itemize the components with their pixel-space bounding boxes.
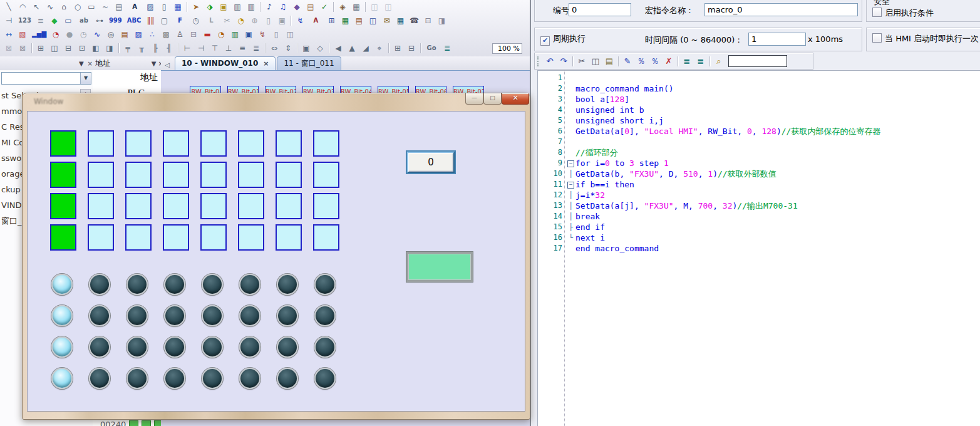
scale-tool[interactable]: ▤ xyxy=(113,1,125,13)
direct-window-tool[interactable]: ▢ xyxy=(158,15,170,26)
distribute-right-icon[interactable]: ╢ xyxy=(163,43,175,54)
copy-object-icon[interactable]: ⊟ xyxy=(421,15,434,26)
align-left-icon[interactable]: ⊢ xyxy=(181,43,193,54)
led-button[interactable] xyxy=(239,336,260,358)
chevron-down-icon[interactable]: ▼ xyxy=(152,60,157,67)
numeric-input-tool[interactable]: 123 xyxy=(16,15,33,26)
close-icon[interactable]: × xyxy=(88,60,93,67)
target-tool[interactable]: ◎ xyxy=(105,29,117,40)
tag-tool[interactable]: ⊣ xyxy=(3,15,15,26)
frame-tool[interactable]: ▯ xyxy=(158,1,170,13)
led-button[interactable] xyxy=(89,368,110,389)
project-icon[interactable]: ⬗ xyxy=(204,1,216,13)
undo-icon[interactable]: ↶ xyxy=(544,56,556,67)
label-tool[interactable]: ab xyxy=(76,15,92,26)
align-right-icon[interactable]: ⊣ xyxy=(195,43,207,54)
collapse-box-icon[interactable]: − xyxy=(567,182,574,189)
picture-tool[interactable]: ▨ xyxy=(144,1,157,13)
center-vertical-icon[interactable]: ⊟ xyxy=(62,43,75,54)
paste-icon[interactable]: ▤ xyxy=(603,56,616,67)
media-icon[interactable]: ♫ xyxy=(277,1,289,13)
rotate-icon[interactable]: ◢ xyxy=(359,43,372,54)
barcode-tool[interactable]: ‖‖ xyxy=(144,15,157,26)
operator-view-tool[interactable]: ♙ xyxy=(173,29,186,40)
code-line[interactable]: 11−if b==i then xyxy=(538,179,980,190)
circle-tool[interactable]: ○ xyxy=(71,1,84,13)
numeric-display[interactable]: 0 xyxy=(407,152,455,173)
page-tool[interactable]: ▯ xyxy=(262,15,274,26)
led-button[interactable] xyxy=(164,368,185,389)
bit-square[interactable] xyxy=(50,224,76,251)
run-once-checkbox[interactable] xyxy=(872,33,882,43)
code-line[interactable]: 7 xyxy=(538,137,980,147)
pic-flow-tool[interactable]: ↯ xyxy=(256,29,269,40)
bit-square[interactable] xyxy=(88,224,114,251)
code-line[interactable]: 3bool a[128] xyxy=(538,94,980,105)
code-line[interactable]: 16└next i xyxy=(538,232,980,243)
bit-square[interactable] xyxy=(238,162,264,188)
save-all-icon[interactable]: ▥ xyxy=(245,1,257,13)
led-button[interactable] xyxy=(277,305,298,326)
data-table-icon[interactable]: ▦ xyxy=(394,15,406,26)
macro-code-editor[interactable]: 12macro_command main()3bool a[128]4unsig… xyxy=(537,70,980,426)
bit-square[interactable] xyxy=(125,162,152,188)
close-button[interactable]: ✕ xyxy=(502,93,529,105)
led-button[interactable] xyxy=(51,305,73,326)
bit-square[interactable] xyxy=(200,162,227,188)
align-bottom-icon[interactable]: ⊥ xyxy=(222,43,235,54)
clock-display-tool[interactable]: ◷ xyxy=(77,29,90,40)
group-icon[interactable]: ▣ xyxy=(300,43,312,54)
bit-square[interactable] xyxy=(125,130,152,157)
bit-square[interactable] xyxy=(125,193,152,219)
led-button[interactable] xyxy=(202,336,223,358)
tab-11 - 窗口_011[interactable]: 11 - 窗口_011 xyxy=(277,56,341,70)
bar-graph-tool[interactable]: ▂▅▇ xyxy=(30,29,48,40)
led-button[interactable] xyxy=(314,368,336,389)
led-button[interactable] xyxy=(239,368,260,389)
led-button[interactable] xyxy=(51,368,73,389)
led-button[interactable] xyxy=(202,305,223,326)
led-button[interactable] xyxy=(277,368,298,389)
align-center-icon[interactable]: ≣ xyxy=(250,43,262,54)
cut-icon[interactable]: ✂ xyxy=(575,56,588,67)
led-button[interactable] xyxy=(126,336,148,358)
bit-square[interactable] xyxy=(200,130,227,157)
window-filter-combo[interactable]: ▼ xyxy=(1,72,91,85)
collapse-box-icon[interactable]: − xyxy=(567,160,574,167)
zoom-level[interactable]: 100 % xyxy=(492,43,522,54)
bit-square[interactable] xyxy=(163,130,189,157)
numeric-display-tool[interactable]: 999 xyxy=(107,15,124,26)
bit-square[interactable] xyxy=(88,193,114,219)
copy-screen-tool[interactable]: ◫ xyxy=(284,29,296,40)
simulation-window[interactable]: Window — □ ✕ 0 xyxy=(22,93,530,420)
led-button[interactable] xyxy=(89,305,110,326)
minimize-button[interactable]: — xyxy=(465,93,483,105)
bit-square[interactable] xyxy=(276,130,302,157)
redo-icon[interactable]: ↷ xyxy=(557,56,570,67)
bit-square[interactable] xyxy=(313,162,339,188)
delete-icon[interactable]: ✗ xyxy=(663,56,675,67)
event-log-tool[interactable]: ▥ xyxy=(229,29,241,40)
periodic-checkbox[interactable]: ✔ xyxy=(540,36,550,46)
recipe-icon[interactable]: ◫ xyxy=(366,15,379,26)
arc-tool[interactable]: ◠ xyxy=(16,1,29,13)
bit-square[interactable] xyxy=(276,162,302,188)
lamp-tool[interactable]: L xyxy=(203,15,219,26)
transfer-icon[interactable]: ◨ xyxy=(435,15,448,26)
macro-name-input[interactable]: macro_0 xyxy=(704,3,858,16)
bit-square[interactable] xyxy=(313,193,339,219)
bit-square[interactable] xyxy=(276,224,302,251)
address-grid-icon[interactable]: ⊞ xyxy=(325,15,338,26)
bit-square[interactable] xyxy=(50,162,76,188)
same-height-icon[interactable]: ⇕ xyxy=(282,43,294,54)
bit-square[interactable] xyxy=(200,224,227,251)
bit-square[interactable] xyxy=(50,130,76,157)
bit-square[interactable] xyxy=(238,224,264,251)
pointer-tool[interactable]: ↖ xyxy=(30,1,43,13)
led-button[interactable] xyxy=(314,274,336,295)
document-tool[interactable]: ▯ xyxy=(270,29,282,40)
toggle-switch-tool[interactable]: ⊶ xyxy=(93,15,106,26)
sound-icon[interactable]: ♪ xyxy=(263,1,276,13)
edit-icon[interactable]: ✎ xyxy=(621,56,634,67)
code-line[interactable]: 12│j=i*32 xyxy=(538,190,980,200)
